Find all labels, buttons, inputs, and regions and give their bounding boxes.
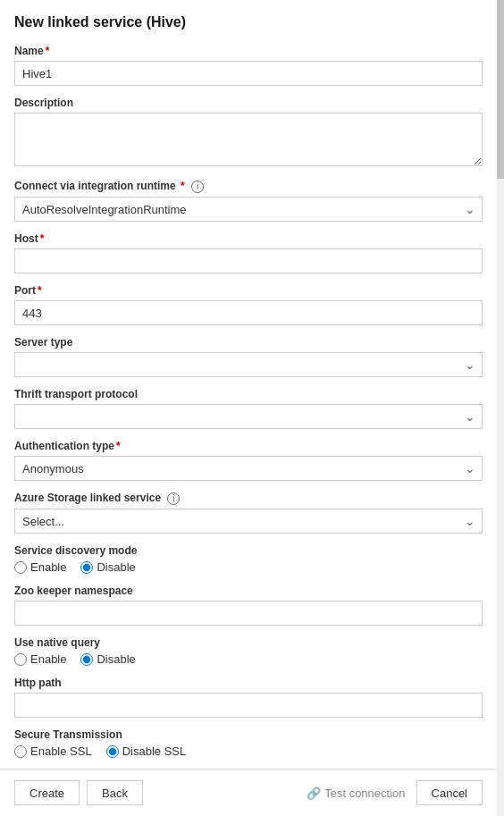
zoo-keeper-input[interactable] <box>14 601 483 626</box>
port-input[interactable] <box>14 300 483 325</box>
host-input[interactable] <box>14 248 483 273</box>
http-path-group: Http path <box>14 677 483 718</box>
service-discovery-enable-option[interactable]: Enable <box>14 560 66 574</box>
authentication-type-select[interactable]: Anonymous <box>14 456 483 481</box>
secure-transmission-group: Secure Transmission Enable SSL Disable S… <box>14 728 483 758</box>
service-discovery-group: Service discovery mode Enable Disable <box>14 544 483 574</box>
enable-ssl-radio[interactable] <box>14 745 27 758</box>
host-label: Host* <box>14 232 483 245</box>
azure-storage-group: Azure Storage linked service i Select... <box>14 492 483 534</box>
native-query-disable-radio[interactable] <box>80 653 93 666</box>
server-type-select-wrapper <box>14 352 483 377</box>
enable-ssl-option[interactable]: Enable SSL <box>14 744 92 758</box>
native-query-radio-group: Enable Disable <box>14 652 483 666</box>
page-title: New linked service (Hive) <box>14 14 483 30</box>
native-query-disable-option[interactable]: Disable <box>80 652 135 666</box>
service-discovery-disable-radio[interactable] <box>80 561 93 574</box>
host-group: Host* <box>14 232 483 273</box>
native-query-enable-radio[interactable] <box>14 653 27 666</box>
integration-runtime-label: Connect via integration runtime * i <box>14 180 483 193</box>
native-query-group: Use native query Enable Disable <box>14 636 483 666</box>
description-label: Description <box>14 97 483 109</box>
secure-transmission-label: Secure Transmission <box>14 728 483 741</box>
thrift-transport-select-wrapper <box>14 404 483 429</box>
name-group: Name* <box>14 45 483 86</box>
secure-transmission-radio-group: Enable SSL Disable SSL <box>14 744 483 758</box>
description-group: Description <box>14 97 483 169</box>
azure-storage-select-wrapper: Select... <box>14 509 483 534</box>
cancel-button[interactable]: Cancel <box>416 780 483 805</box>
test-connection-button[interactable]: 🔗 Test connection <box>307 787 405 800</box>
name-input[interactable] <box>14 61 483 86</box>
native-query-label: Use native query <box>14 636 483 649</box>
create-button[interactable]: Create <box>14 780 80 805</box>
integration-runtime-select-wrapper: AutoResolveIntegrationRuntime <box>14 197 483 222</box>
server-type-label: Server type <box>14 336 483 349</box>
server-type-group: Server type <box>14 336 483 377</box>
port-group: Port* <box>14 284 483 325</box>
authentication-type-group: Authentication type* Anonymous <box>14 440 483 481</box>
http-path-input[interactable] <box>14 693 483 718</box>
description-input[interactable] <box>14 113 483 166</box>
scrollbar-track[interactable] <box>497 0 504 816</box>
scrollbar-thumb[interactable] <box>497 0 504 179</box>
port-label: Port* <box>14 284 483 297</box>
thrift-transport-group: Thrift transport protocol <box>14 388 483 429</box>
azure-storage-select[interactable]: Select... <box>14 509 483 534</box>
service-discovery-label: Service discovery mode <box>14 544 483 557</box>
azure-storage-label: Azure Storage linked service i <box>14 492 483 505</box>
native-query-enable-option[interactable]: Enable <box>14 652 66 666</box>
disable-ssl-radio[interactable] <box>106 745 119 758</box>
http-path-label: Http path <box>14 677 483 689</box>
service-discovery-enable-radio[interactable] <box>14 561 27 574</box>
name-label: Name* <box>14 45 483 57</box>
service-discovery-disable-option[interactable]: Disable <box>80 560 135 574</box>
back-button[interactable]: Back <box>87 780 143 805</box>
test-connection-icon: 🔗 <box>307 787 321 800</box>
footer: Create Back 🔗 Test connection Cancel <box>0 769 497 816</box>
server-type-select[interactable] <box>14 352 483 377</box>
authentication-type-label: Authentication type* <box>14 440 483 452</box>
zoo-keeper-label: Zoo keeper namespace <box>14 585 483 597</box>
azure-storage-info-icon[interactable]: i <box>167 492 180 505</box>
disable-ssl-option[interactable]: Disable SSL <box>106 744 187 758</box>
zoo-keeper-group: Zoo keeper namespace <box>14 585 483 626</box>
integration-runtime-group: Connect via integration runtime * i Auto… <box>14 180 483 222</box>
thrift-transport-select[interactable] <box>14 404 483 429</box>
thrift-transport-label: Thrift transport protocol <box>14 388 483 400</box>
authentication-type-select-wrapper: Anonymous <box>14 456 483 481</box>
integration-runtime-select[interactable]: AutoResolveIntegrationRuntime <box>14 197 483 222</box>
integration-runtime-info-icon[interactable]: i <box>191 181 204 193</box>
service-discovery-radio-group: Enable Disable <box>14 560 483 574</box>
